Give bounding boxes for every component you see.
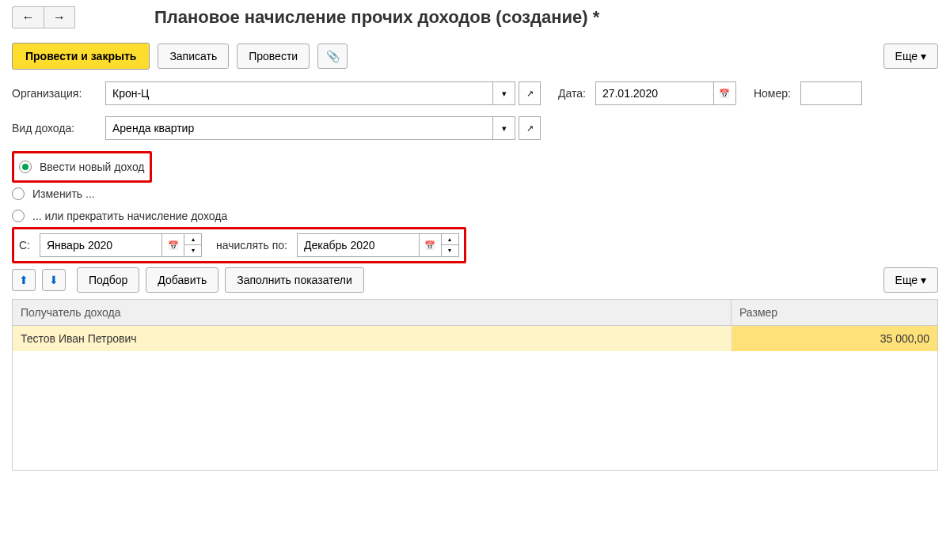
add-button[interactable]: Добавить: [146, 267, 218, 293]
period-from-calendar[interactable]: 📅: [162, 233, 184, 257]
radio-new-income[interactable]: Ввести новый доход: [19, 156, 145, 178]
highlight-new-income: Ввести новый доход: [12, 151, 152, 183]
calendar-icon: 📅: [168, 240, 179, 251]
table-row[interactable]: Тестов Иван Петрович 35 000,00: [13, 326, 937, 351]
period-to-down[interactable]: ▾: [442, 245, 459, 257]
table-more-button[interactable]: Еще ▾: [884, 267, 938, 293]
radio-icon: [19, 161, 32, 173]
more-button[interactable]: Еще ▾: [884, 44, 938, 69]
radio-new-label: Ввести новый доход: [40, 161, 145, 173]
chevron-down-icon: ▾: [921, 50, 926, 62]
chevron-down-icon: ▾: [921, 274, 926, 286]
date-label: Дата:: [558, 87, 586, 100]
org-label: Организация:: [12, 87, 99, 100]
radio-stop-label: ... или прекратить начисление дохода: [32, 210, 227, 222]
income-table: Получатель дохода Размер Тестов Иван Пет…: [12, 299, 938, 471]
radio-change-label: Изменить ...: [32, 187, 95, 200]
col-amount[interactable]: Размер: [732, 300, 937, 325]
income-type-open-button[interactable]: ↗: [519, 116, 541, 140]
period-to-calendar[interactable]: 📅: [420, 233, 442, 257]
radio-icon: [12, 210, 25, 222]
cell-amount: 35 000,00: [732, 326, 937, 351]
nav-forward-button[interactable]: →: [44, 6, 75, 28]
org-open-button[interactable]: ↗: [519, 81, 541, 105]
period-from-down[interactable]: ▾: [184, 245, 202, 257]
radio-icon: [12, 187, 25, 200]
calendar-icon: 📅: [719, 89, 730, 99]
period-from-label: С:: [19, 239, 30, 252]
period-to-label: начислять по:: [216, 239, 287, 252]
post-and-close-button[interactable]: Провести и закрыть: [12, 43, 150, 70]
page-title: Плановое начисление прочих доходов (созд…: [154, 7, 599, 28]
period-to-input[interactable]: [297, 233, 420, 257]
move-down-button[interactable]: ⬇: [42, 269, 66, 291]
org-dropdown-button[interactable]: ▾: [493, 81, 515, 105]
cell-recipient: Тестов Иван Петрович: [13, 326, 732, 351]
income-type-label: Вид дохода:: [12, 122, 99, 134]
period-from-up[interactable]: ▴: [184, 233, 202, 245]
date-input[interactable]: [595, 81, 714, 105]
paperclip-icon: 📎: [326, 50, 340, 62]
date-calendar-button[interactable]: 📅: [714, 81, 736, 105]
radio-stop[interactable]: ... или прекратить начисление дохода: [12, 205, 938, 227]
calendar-icon: 📅: [424, 240, 435, 251]
fill-button[interactable]: Заполнить показатели: [225, 267, 364, 293]
attach-button[interactable]: 📎: [317, 44, 348, 69]
income-type-dropdown-button[interactable]: ▾: [493, 116, 515, 140]
number-input[interactable]: [800, 81, 862, 105]
col-recipient[interactable]: Получатель дохода: [13, 300, 732, 325]
move-up-button[interactable]: ⬆: [12, 269, 36, 291]
save-button[interactable]: Записать: [158, 44, 229, 69]
number-label: Номер:: [754, 87, 791, 100]
period-from-input[interactable]: [40, 233, 162, 257]
select-button[interactable]: Подбор: [77, 267, 139, 293]
period-to-up[interactable]: ▴: [442, 233, 459, 245]
table-empty-area[interactable]: [13, 351, 937, 470]
nav-back-button[interactable]: ←: [12, 6, 44, 28]
income-type-input[interactable]: [105, 116, 493, 140]
highlight-period: С: 📅 ▴ ▾ начислять по: 📅 ▴ ▾: [12, 227, 466, 263]
radio-change[interactable]: Изменить ...: [12, 183, 938, 205]
org-input[interactable]: [105, 81, 493, 105]
post-button[interactable]: Провести: [237, 44, 310, 69]
